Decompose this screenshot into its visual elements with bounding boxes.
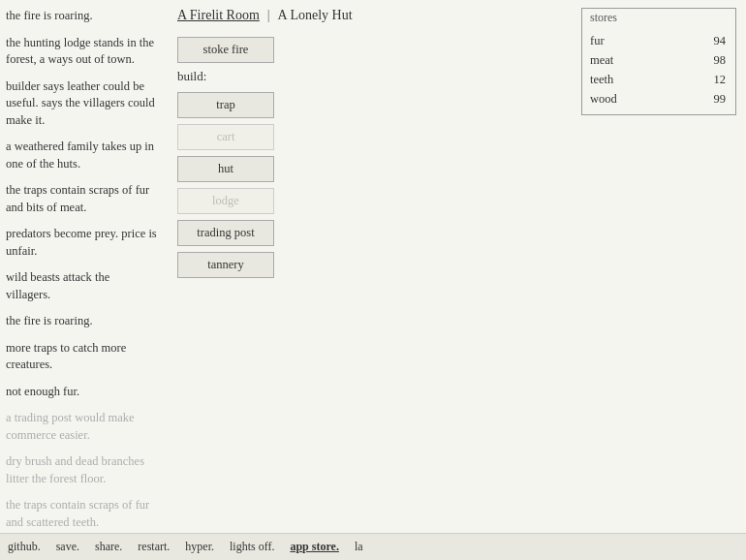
tab-firelit-room[interactable]: A Firelit Room [177, 8, 260, 23]
build-button-cart: cart [177, 124, 274, 150]
log-entry: a weathered family takes up in one of th… [6, 139, 157, 172]
log-entry: builder says leather could be useful. sa… [6, 78, 157, 130]
stores-title: stores [590, 11, 726, 25]
bottom-link-la[interactable]: la [355, 540, 363, 554]
build-button-trading-post[interactable]: trading post [177, 220, 274, 246]
stores-item-name: wood [590, 89, 668, 109]
stores-item-value: 94 [714, 31, 727, 50]
stores-item-name: teeth [590, 70, 668, 89]
bottom-bar: github.save.share.restart.hyper.lights o… [0, 533, 746, 560]
tab-bar: A Firelit Room | A Lonely Hut [177, 8, 433, 23]
build-button-hut[interactable]: hut [177, 156, 274, 182]
log-entry: the traps contain scraps of fur and bits… [6, 182, 157, 216]
tab-lonely-hut[interactable]: A Lonely Hut [278, 8, 353, 23]
stores-row: wood99 [590, 89, 726, 109]
bottom-link-share[interactable]: share. [95, 540, 122, 554]
stores-panel: stores fur94meat98teeth12wood99 [581, 8, 736, 115]
bottom-link-appstore[interactable]: app store. [290, 540, 338, 554]
build-buttons: trapcarthutlodgetrading posttannery [177, 92, 433, 278]
bottom-link-restart[interactable]: restart. [138, 540, 170, 554]
stores-row: teeth12 [590, 70, 726, 89]
stores-row: fur94 [590, 31, 726, 50]
log-entry: wild beasts attack the villagers. [6, 269, 157, 303]
log-panel: the fire is roaring.the hunting lodge st… [0, 0, 165, 533]
build-button-trap[interactable]: trap [177, 92, 274, 118]
log-entry: predators become prey. price is unfair. [6, 226, 157, 260]
log-entry: more traps to catch more creatures. [6, 340, 157, 374]
log-entry: not enough fur. [6, 384, 157, 401]
stores-item-name: meat [590, 50, 668, 70]
bottom-link-save[interactable]: save. [56, 540, 79, 554]
tab-divider: | [267, 8, 270, 23]
build-button-tannery[interactable]: tannery [177, 252, 274, 278]
stores-row: meat98 [590, 50, 726, 70]
build-button-lodge: lodge [177, 188, 274, 214]
bottom-link-lightsoff[interactable]: lights off. [230, 540, 274, 554]
stores-item-value: 99 [714, 89, 727, 109]
log-entry: a trading post would make commerce easie… [6, 410, 157, 444]
actions-panel: A Firelit Room | A Lonely Hut stoke fire… [170, 0, 441, 292]
log-entry: the traps contain scraps of fur and scat… [6, 497, 157, 531]
stores-item-value: 12 [714, 70, 727, 89]
build-label: build: [177, 69, 433, 84]
bottom-link-hyper[interactable]: hyper. [185, 540, 214, 554]
bottom-link-github[interactable]: github. [8, 540, 41, 554]
log-entry: dry brush and dead branches litter the f… [6, 453, 157, 487]
stoke-fire-button[interactable]: stoke fire [177, 37, 274, 63]
stores-box: stores fur94meat98teeth12wood99 [581, 8, 736, 115]
stores-item-value: 98 [714, 50, 727, 70]
log-entry: the hunting lodge stands in the forest, … [6, 35, 157, 69]
log-entry: the fire is roaring. [6, 313, 157, 330]
stores-item-name: fur [590, 31, 668, 50]
stores-rows: fur94meat98teeth12wood99 [590, 31, 726, 109]
log-entry: the fire is roaring. [6, 8, 157, 25]
